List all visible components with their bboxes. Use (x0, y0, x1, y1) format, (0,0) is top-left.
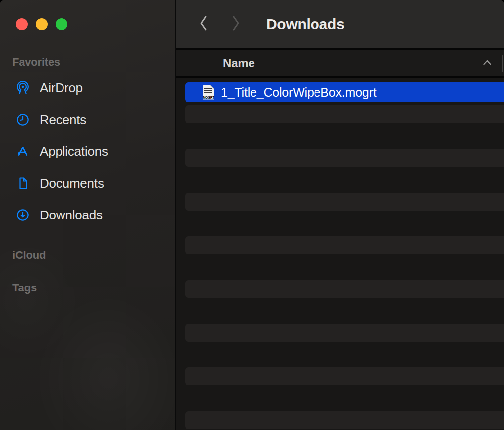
sidebar-item-label: Downloads (40, 208, 103, 223)
main-pane: Downloads Name MOGRT 1_ (176, 0, 504, 430)
sidebar-item-applications[interactable]: Applications (0, 136, 175, 167)
empty-row (176, 191, 504, 213)
minimize-button[interactable] (36, 18, 48, 30)
file-type-badge: MOGRT (203, 96, 214, 99)
sidebar-favorites-items: AirDrop Recents (0, 72, 175, 231)
sort-ascending-icon[interactable] (481, 58, 493, 68)
sidebar-section-icloud: iCloud (0, 249, 175, 262)
document-icon (15, 176, 30, 191)
chevron-left-icon (198, 14, 209, 34)
mogrt-file-icon: MOGRT (203, 85, 214, 100)
empty-row (176, 103, 504, 125)
sidebar-item-airdrop[interactable]: AirDrop (0, 72, 175, 104)
sidebar-item-label: Recents (40, 112, 86, 128)
column-resize-divider[interactable] (502, 55, 503, 72)
close-button[interactable] (16, 18, 28, 30)
empty-row (176, 300, 504, 322)
doc-text-lines (205, 88, 212, 93)
clock-icon (15, 112, 30, 127)
zoom-button[interactable] (56, 18, 67, 30)
list-header: Name (176, 50, 504, 78)
applications-icon (15, 144, 30, 159)
download-circle-icon (15, 208, 30, 222)
empty-row (176, 125, 504, 147)
forward-button[interactable] (230, 14, 242, 34)
back-button[interactable] (198, 14, 210, 34)
empty-row (176, 234, 504, 256)
window-controls (0, 0, 175, 30)
sidebar-section-favorites: Favorites (0, 56, 175, 69)
empty-row (176, 365, 504, 387)
file-name: 1_Title_ColorWipeBox.mogrt (221, 85, 376, 100)
empty-row (176, 278, 504, 300)
empty-row (176, 387, 504, 409)
sidebar-item-label: Applications (40, 144, 108, 159)
file-row[interactable]: MOGRT 1_Title_ColorWipeBox.mogrt (176, 81, 504, 103)
empty-row (176, 213, 504, 234)
sidebar-item-recents[interactable]: Recents (0, 104, 175, 136)
empty-row (176, 322, 504, 344)
column-header-name[interactable]: Name (176, 56, 255, 70)
page-title: Downloads (266, 16, 344, 33)
empty-row (176, 169, 504, 191)
sidebar-item-downloads[interactable]: Downloads (0, 199, 175, 231)
sidebar-item-label: Documents (40, 176, 104, 191)
sidebar: Favorites AirDrop (0, 0, 176, 430)
sidebar-item-label: AirDrop (40, 80, 83, 96)
toolbar: Downloads (176, 0, 504, 50)
empty-row (176, 344, 504, 365)
file-list: MOGRT 1_Title_ColorWipeBox.mogrt (176, 78, 504, 430)
empty-row (176, 409, 504, 430)
airdrop-icon (15, 80, 30, 95)
sidebar-item-documents[interactable]: Documents (0, 167, 175, 199)
empty-row (176, 256, 504, 278)
chevron-right-icon (230, 14, 241, 34)
sidebar-section-tags: Tags (0, 282, 175, 294)
finder-window: Favorites AirDrop (0, 0, 504, 430)
empty-row (176, 147, 504, 169)
